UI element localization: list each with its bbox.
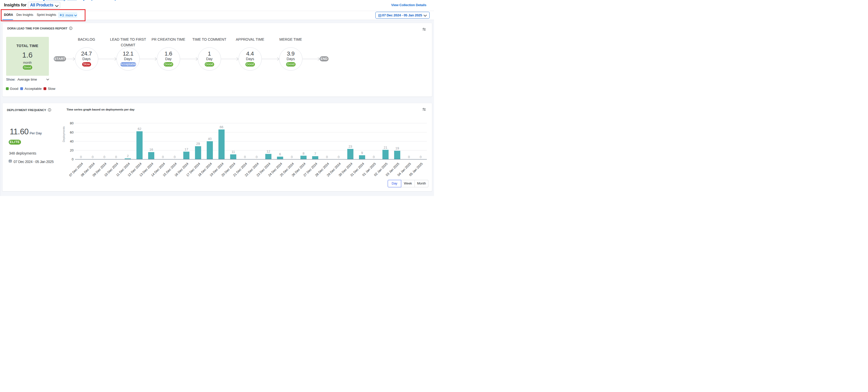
svg-text:0: 0	[244, 155, 246, 159]
svg-text:7: 7	[314, 152, 316, 156]
svg-text:9: 9	[361, 151, 363, 155]
svg-text:20: 20	[70, 148, 73, 152]
svg-text:66: 66	[220, 125, 223, 129]
svg-text:8: 8	[303, 151, 304, 155]
svg-text:40: 40	[208, 137, 212, 141]
svg-text:80: 80	[70, 121, 73, 125]
svg-text:0: 0	[291, 155, 293, 159]
svg-text:16: 16	[150, 148, 153, 151]
svg-text:0: 0	[162, 155, 164, 159]
svg-text:2: 2	[127, 154, 129, 158]
svg-text:0: 0	[326, 155, 328, 159]
svg-text:0: 0	[80, 155, 82, 159]
svg-text:0: 0	[256, 155, 257, 159]
svg-text:0: 0	[72, 157, 73, 161]
svg-text:0: 0	[408, 155, 410, 159]
svg-text:0: 0	[92, 155, 93, 159]
svg-text:0: 0	[174, 155, 176, 159]
svg-text:21: 21	[383, 146, 387, 149]
svg-text:0: 0	[115, 155, 117, 159]
svg-text:0: 0	[373, 155, 375, 159]
svg-text:0: 0	[420, 155, 422, 159]
svg-text:29: 29	[196, 142, 200, 146]
svg-text:17: 17	[185, 147, 188, 151]
svg-text:11: 11	[231, 150, 235, 154]
svg-text:23: 23	[348, 145, 352, 148]
svg-text:6: 6	[279, 152, 281, 156]
svg-text:19: 19	[395, 146, 399, 150]
svg-text:60: 60	[70, 130, 73, 134]
svg-text:0: 0	[103, 155, 105, 159]
svg-text:Deployments: Deployments	[62, 126, 65, 142]
svg-text:12: 12	[267, 149, 270, 153]
svg-text:0: 0	[338, 155, 340, 159]
svg-text:40: 40	[70, 140, 73, 143]
svg-text:62: 62	[138, 127, 141, 131]
